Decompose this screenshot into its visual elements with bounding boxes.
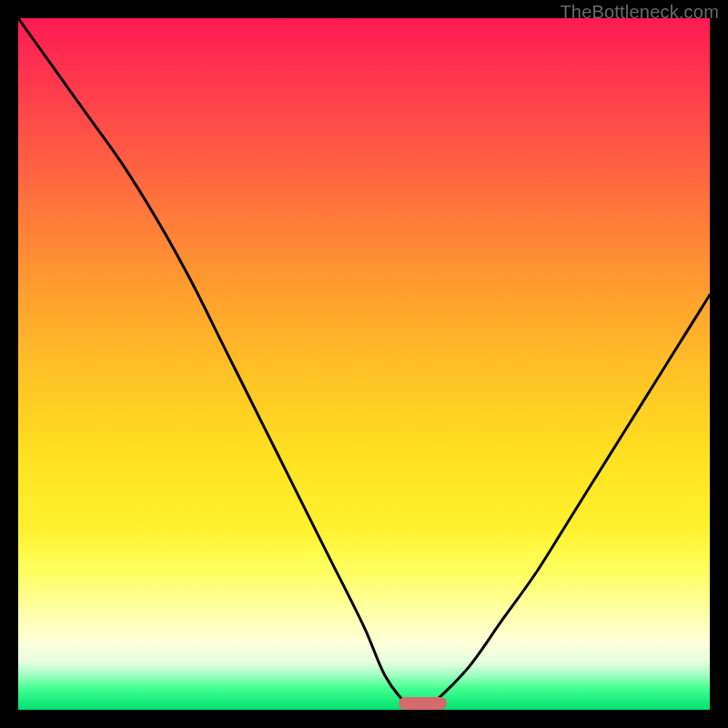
optimal-range-marker [399,697,447,710]
plot-area [18,18,710,710]
watermark-text: TheBottleneck.com [560,2,719,23]
bottleneck-curve [18,18,710,710]
chart-frame: TheBottleneck.com [0,0,728,728]
